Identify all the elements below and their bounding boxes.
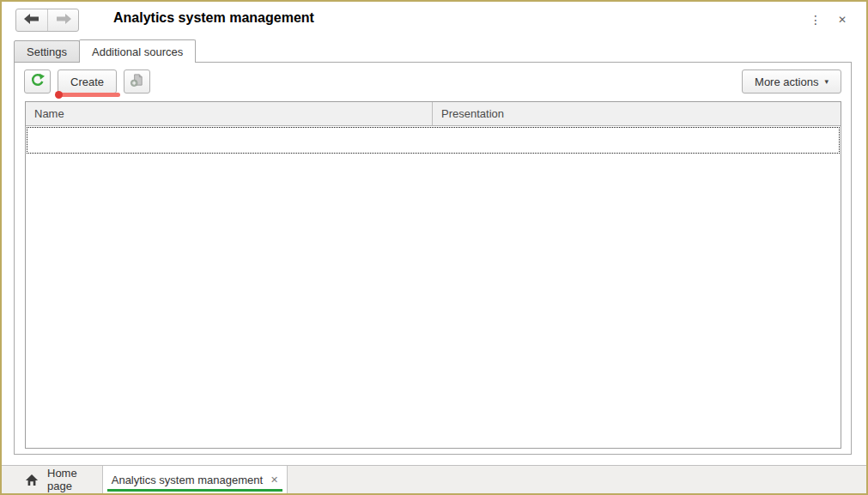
column-header-presentation-label: Presentation [441, 107, 504, 120]
sources-table: Name Presentation [25, 101, 841, 449]
forward-arrow-icon [56, 14, 71, 27]
refresh-icon [30, 73, 45, 90]
taskbar-tab-close-icon[interactable]: ✕ [270, 474, 278, 486]
create-button[interactable]: Create [58, 69, 117, 94]
additional-sources-panel: Create More actions ▾ [14, 62, 852, 455]
chevron-down-icon: ▾ [824, 77, 829, 86]
tab-additional-sources[interactable]: Additional sources [79, 39, 196, 63]
tab-settings[interactable]: Settings [14, 40, 80, 63]
back-arrow-icon [24, 14, 39, 27]
tab-settings-label: Settings [27, 45, 67, 58]
column-header-presentation[interactable]: Presentation [433, 102, 841, 125]
app-window: Analytics system management ⋮ ✕ Settings… [0, 0, 868, 495]
toolbar: Create More actions ▾ [24, 69, 841, 94]
nav-button-group [15, 9, 79, 32]
create-by-copy-button[interactable] [124, 69, 150, 94]
table-header-row: Name Presentation [26, 102, 841, 126]
close-icon[interactable]: ✕ [835, 11, 850, 28]
red-dot-annotation [55, 91, 63, 99]
create-by-copy-icon [130, 73, 144, 90]
more-actions-button[interactable]: More actions ▾ [742, 69, 841, 94]
active-tab-underline [107, 489, 282, 492]
home-page-button[interactable]: Home page [2, 466, 102, 493]
home-page-label: Home page [47, 467, 102, 492]
red-underline-annotation [58, 93, 120, 97]
focused-empty-row[interactable] [27, 127, 840, 154]
taskbar-tab-label: Analytics system management [112, 474, 263, 486]
column-header-name[interactable]: Name [26, 102, 433, 125]
tab-strip: Settings Additional sources [14, 39, 195, 63]
more-actions-label: More actions [755, 75, 818, 88]
column-header-name-label: Name [34, 107, 64, 120]
page-title: Analytics system management [113, 10, 314, 26]
forward-button[interactable] [47, 9, 78, 31]
kebab-menu-icon[interactable]: ⋮ [808, 11, 823, 28]
home-icon [25, 474, 39, 486]
create-button-label: Create [70, 75, 104, 88]
tab-additional-sources-label: Additional sources [92, 45, 183, 58]
taskbar: Home page Analytics system management ✕ [2, 465, 866, 493]
back-button[interactable] [16, 9, 47, 31]
taskbar-tab-analytics[interactable]: Analytics system management ✕ [102, 466, 288, 493]
refresh-button[interactable] [24, 69, 51, 94]
